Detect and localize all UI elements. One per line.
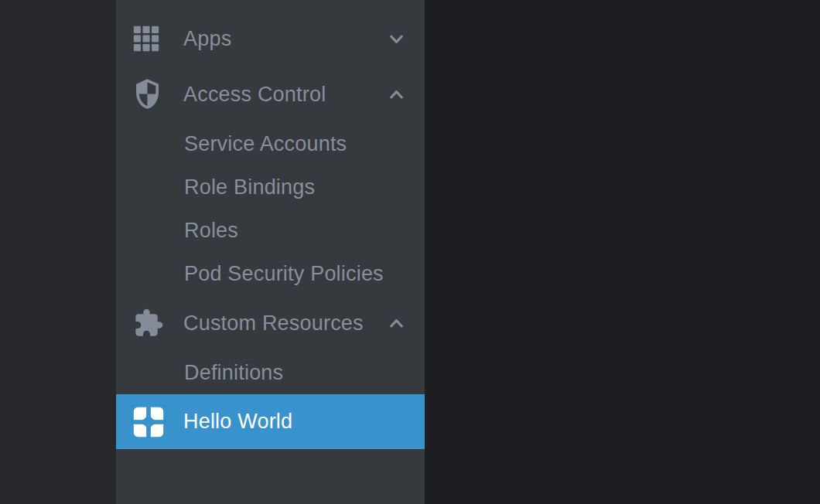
- sidebar-item-pod-security-policies[interactable]: Pod Security Policies: [116, 252, 425, 295]
- hello-world-icon: [133, 407, 164, 438]
- sidebar-item-hello-world[interactable]: Hello World: [116, 394, 425, 449]
- sidebar-item-label: Definitions: [184, 361, 283, 385]
- sidebar-item-label: Apps: [183, 27, 387, 51]
- sidebar-item-label: Pod Security Policies: [184, 262, 384, 286]
- sidebar-item-role-bindings[interactable]: Role Bindings: [116, 165, 425, 209]
- puzzle-icon: [133, 308, 164, 339]
- sidebar: Apps Access Control: [116, 0, 425, 504]
- apps-grid-icon: [133, 26, 164, 52]
- sidebar-item-label: Service Accounts: [184, 132, 347, 156]
- sidebar-item-apps[interactable]: Apps: [116, 11, 425, 66]
- sidebar-item-label: Roles: [184, 219, 238, 243]
- main-content-area: [425, 0, 820, 504]
- chevron-up-icon: [387, 314, 405, 332]
- sidebar-item-custom-resources[interactable]: Custom Resources: [116, 295, 425, 351]
- sidebar-item-label: Role Bindings: [184, 175, 315, 199]
- shield-icon: [133, 79, 164, 110]
- sidebar-item-label: Access Control: [183, 83, 387, 107]
- sidebar-item-service-accounts[interactable]: Service Accounts: [116, 122, 425, 165]
- sidebar-item-label: Hello World: [183, 410, 425, 434]
- chevron-down-icon: [387, 29, 405, 48]
- sidebar-item-definitions[interactable]: Definitions: [116, 351, 425, 394]
- sidebar-item-label: Custom Resources: [183, 312, 387, 335]
- left-rail: [0, 0, 116, 504]
- sidebar-item-roles[interactable]: Roles: [116, 209, 425, 252]
- chevron-up-icon: [387, 85, 405, 104]
- sidebar-item-access-control[interactable]: Access Control: [116, 66, 425, 122]
